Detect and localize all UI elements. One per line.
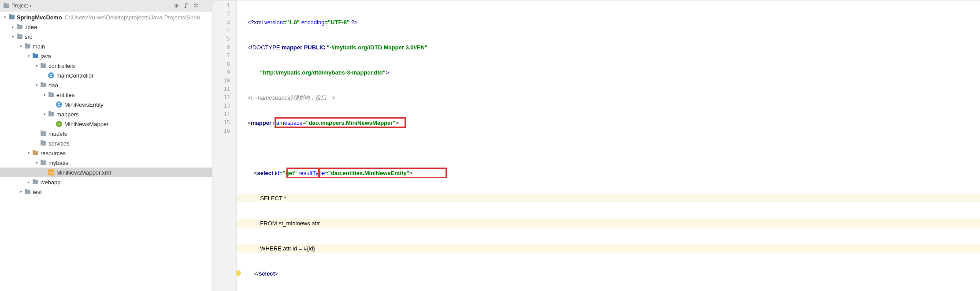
expand-icon[interactable]: ▾ — [10, 34, 16, 39]
tree-label: entities — [56, 92, 74, 98]
code-line[interactable]: <?xml version="1.0" encoding="UTF-8" ?> — [237, 18, 980, 26]
code-line[interactable] — [237, 144, 980, 152]
tree-resources[interactable]: ▾ resources — [0, 148, 212, 158]
code-line[interactable]: <!-- namespace必须指向...接口 --> — [237, 93, 980, 102]
line-number: 6 — [212, 43, 236, 52]
expand-icon[interactable]: ▸ — [10, 25, 16, 29]
expand-icon[interactable]: ▾ — [33, 83, 40, 87]
tree-entities[interactable]: ▾ entities — [0, 90, 212, 100]
project-panel: Project ▾ ⊕ ⇵ ✲ — ▾ SpringMvcDemo C:\Use… — [0, 0, 212, 291]
tree-label: resources — [41, 150, 66, 157]
tree-dao[interactable]: ▾ dao — [0, 80, 212, 90]
tree-main[interactable]: ▾ main — [0, 41, 212, 51]
gutter: 1 2 3 4 5 6 7 8 9 10 11 12 13 14 15 16 — [212, 0, 237, 291]
hide-icon[interactable]: — — [201, 2, 209, 10]
line-number: 1 — [212, 1, 236, 10]
tree-minimapper-xml[interactable]: ▸ <> MiniNewsMapper.xml — [0, 168, 212, 177]
tree-src[interactable]: ▾ src — [0, 32, 212, 41]
code-area[interactable]: <?xml version="1.0" encoding="UTF-8" ?> … — [237, 0, 980, 291]
expand-icon[interactable]: ▾ — [41, 112, 48, 116]
folder-icon — [24, 43, 31, 49]
line-number: 9 — [212, 68, 236, 77]
tree-label: mappers — [56, 111, 79, 118]
tree-webapp[interactable]: ▸ webapp — [0, 177, 212, 187]
tree-mybatis[interactable]: ▾ mybatis — [0, 158, 212, 168]
tree-maincontroller[interactable]: ▸ C mainController — [0, 71, 212, 80]
code-line[interactable]: <select id="get" resultType="dao.entitie… — [237, 169, 980, 177]
settings-icon[interactable]: ✲ — [192, 2, 200, 10]
expand-icon[interactable]: ▾ — [18, 190, 24, 194]
tree-java[interactable]: ▾ java — [0, 51, 212, 61]
package-icon — [40, 140, 47, 146]
resource-folder-icon — [32, 150, 39, 156]
tree-label: MiniNewsMapper — [64, 121, 108, 127]
code-line[interactable]: FROM st_mininews attr — [237, 219, 980, 228]
source-folder-icon — [32, 53, 39, 59]
tree-models[interactable]: ▸ models — [0, 129, 212, 138]
code-line[interactable]: "http://mybatis.org/dtd/mybatis-3-mapper… — [237, 68, 980, 77]
package-icon — [48, 111, 55, 117]
module-icon — [8, 14, 15, 20]
tree-minimapper[interactable]: ▸ I MiniNewsMapper — [0, 119, 212, 129]
tree-label: webapp — [41, 179, 61, 186]
tree-idea[interactable]: ▸ .idea — [0, 22, 212, 32]
line-number: 12 — [212, 93, 236, 102]
line-number: 11 — [212, 85, 236, 93]
tree-label: java — [41, 53, 51, 60]
package-icon — [40, 131, 47, 137]
interface-icon: I — [56, 121, 63, 127]
editor-area: xweb.xml× Sspringmvc.xml× IMiniNewsMappe… — [212, 0, 980, 291]
dropdown-icon[interactable]: ▾ — [30, 3, 32, 8]
code-line[interactable]: </select> — [237, 269, 980, 278]
panel-title: Project — [11, 3, 28, 9]
tree-root[interactable]: ▾ SpringMvcDemo C:\Users\Yu-we\Desktop\p… — [0, 12, 212, 22]
tree-label: SpringMvcDemo — [17, 14, 62, 21]
folder-icon — [16, 34, 23, 40]
tree-controllers[interactable]: ▾ controllers — [0, 61, 212, 71]
ide-window: Project ▾ ⊕ ⇵ ✲ — ▾ SpringMvcDemo C:\Use… — [0, 0, 980, 291]
folder-icon — [32, 179, 39, 185]
tree-mappers[interactable]: ▾ mappers — [0, 109, 212, 119]
editor-body[interactable]: 1 2 3 4 5 6 7 8 9 10 11 12 13 14 15 16 <… — [212, 0, 980, 291]
folder-icon — [24, 189, 31, 195]
tree-label: main — [33, 43, 45, 50]
code-line[interactable]: <mapper namespace="dao.mappers.MiniNewsM… — [237, 119, 980, 127]
expand-icon[interactable]: ▾ — [41, 93, 48, 97]
panel-header: Project ▾ ⊕ ⇵ ✲ — — [0, 0, 212, 11]
code-line[interactable]: <!DOCTYPE mapper PUBLIC "-//mybatis.org/… — [237, 43, 980, 52]
tree-label: MiniNewsMapper.xml — [56, 169, 111, 176]
class-icon: C — [56, 101, 63, 108]
tree-test[interactable]: ▾ test — [0, 187, 212, 197]
code-line[interactable]: SELECT * — [237, 194, 980, 202]
expand-icon[interactable]: ▾ — [18, 44, 24, 48]
expand-icon[interactable]: ▾ — [2, 15, 8, 19]
tree-label: .idea — [25, 24, 37, 30]
expand-icon[interactable]: ▾ — [33, 63, 40, 68]
folder-icon — [40, 160, 47, 166]
line-number: 2 — [212, 10, 236, 18]
collapse-icon[interactable]: ⇵ — [182, 2, 190, 10]
line-number: 7 — [212, 52, 236, 60]
tree-label: mainController — [56, 72, 94, 79]
folder-icon — [16, 24, 23, 30]
expand-icon[interactable]: ▾ — [26, 151, 32, 155]
tree-label: MiniNewsEntity — [64, 101, 104, 108]
line-number: 15 — [212, 119, 236, 127]
line-number: 5 — [212, 35, 236, 43]
expand-icon[interactable]: ▾ — [26, 54, 32, 58]
tree-label: mybatis — [48, 160, 68, 166]
tree-label: services — [48, 140, 70, 147]
code-line[interactable]: WHERE attr.id = #{id} — [237, 244, 980, 253]
class-icon: C — [48, 72, 55, 78]
expand-icon[interactable]: ▾ — [33, 160, 40, 165]
expand-icon[interactable]: ▸ — [26, 180, 32, 184]
locate-icon[interactable]: ⊕ — [172, 2, 180, 10]
tree-services[interactable]: ▸ services — [0, 138, 212, 148]
line-number: 13 — [212, 102, 236, 110]
project-tree[interactable]: ▾ SpringMvcDemo C:\Users\Yu-we\Desktop\p… — [0, 11, 212, 291]
tree-label: controllers — [48, 63, 75, 69]
line-number: 10 — [212, 77, 236, 85]
tree-minientity[interactable]: ▸ C MiniNewsEntity — [0, 100, 212, 109]
tree-label: src — [25, 34, 32, 40]
package-icon — [40, 63, 47, 69]
